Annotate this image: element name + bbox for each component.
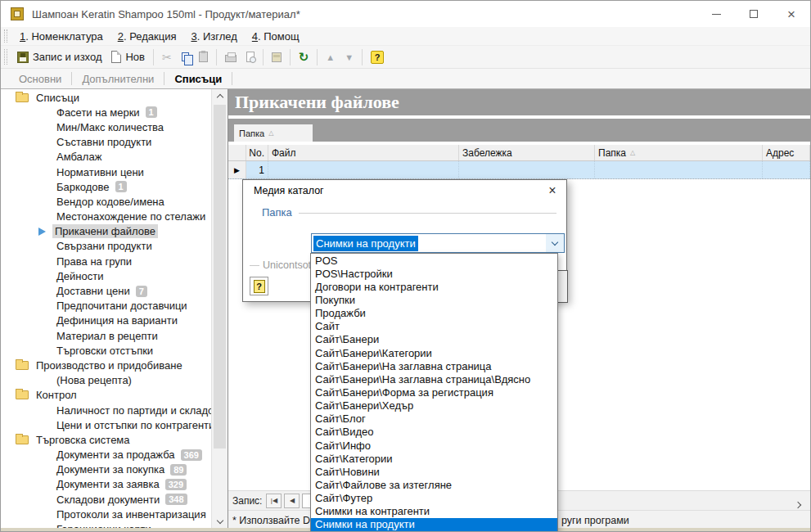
dropdown-option[interactable]: Сайт\Банери\На заглавна страница\Вдясно (311, 372, 557, 385)
tree-scrollbar[interactable] (211, 89, 228, 528)
toolbar-grip[interactable] (4, 49, 7, 65)
dropdown-option[interactable]: POS (311, 254, 557, 267)
tree-item[interactable]: Документи за покупка 89 (1, 462, 210, 477)
copy-button[interactable] (177, 47, 194, 67)
dropdown-option[interactable]: Сайт\Банери\Хедър (311, 399, 557, 413)
grid-header-папка[interactable]: Папка△ (595, 145, 763, 160)
tree-item[interactable]: Контрол (1, 388, 210, 403)
cell-no[interactable]: 1 (246, 161, 268, 178)
close-button[interactable]: × (773, 1, 810, 27)
refresh-button[interactable]: ↻ (294, 47, 314, 67)
menu-редакция[interactable]: 2. Редакция (110, 27, 184, 45)
tree-item[interactable]: (Нова рецепта) (1, 373, 210, 388)
dropdown-option[interactable]: Договори на контрагенти (311, 280, 557, 293)
tree-item[interactable]: Права на групи (1, 254, 210, 268)
dropdown-option[interactable]: Сайт\Футер (311, 492, 557, 505)
tree-item[interactable]: Фасети на мерки 1 (1, 105, 210, 119)
save-and-exit-button[interactable]: Запис и изход (12, 47, 106, 67)
dropdown-option[interactable]: Сайт (311, 320, 557, 333)
tree-item[interactable]: Гаранционни карти (1, 521, 210, 528)
scroll-up-button[interactable] (212, 89, 228, 103)
tree-item[interactable]: Прикачени файлове (1, 224, 210, 239)
cell-файл[interactable] (268, 161, 459, 178)
move-up-button[interactable]: ▲ (321, 47, 340, 67)
menu-помощ[interactable]: 4. Помощ (245, 27, 307, 45)
tree-item[interactable]: Предпочитани доставчици (1, 299, 210, 313)
dropdown-option[interactable]: Сайт\Банери\Категории (311, 346, 557, 359)
previous-record-button[interactable]: ◀ (284, 494, 300, 508)
tree-item[interactable]: Складови документи 348 (1, 492, 210, 507)
tab-допълнителни[interactable]: Допълнителни (72, 72, 164, 86)
grid-header-забележка[interactable]: Забележка (459, 145, 595, 160)
tree-item[interactable]: Списъци (1, 90, 210, 105)
tree-item[interactable]: Съставни продукти (1, 135, 210, 150)
tree-item[interactable]: Местонахождение по стелажи (1, 210, 210, 224)
grid-header-no[interactable]: No. (246, 145, 268, 160)
minimize-button[interactable] (697, 1, 735, 27)
tree-item[interactable]: Материал в рецепти (1, 328, 210, 343)
cell-адрес[interactable] (763, 161, 810, 178)
maximize-button[interactable] (735, 1, 773, 27)
tab-основни[interactable]: Основни (9, 72, 72, 86)
tree-item[interactable]: Дейности (1, 268, 210, 283)
tree-item[interactable]: Производство и придобиване (1, 358, 210, 372)
folder-combobox[interactable]: Снимки на продукти (311, 233, 565, 253)
dropdown-option[interactable]: Сайт\Видео (311, 426, 557, 439)
dropdown-option[interactable]: Сайт\Блог (311, 413, 557, 426)
paste-button[interactable] (194, 47, 213, 67)
cell-забележка[interactable] (459, 161, 595, 178)
menu-изглед[interactable]: 3. Изглед (183, 27, 244, 45)
dialog-close-button[interactable]: × (538, 180, 566, 201)
tree-item[interactable]: Цени и отстъпки по контрагенти (1, 417, 210, 432)
dropdown-option[interactable]: Сайт\Категории (311, 452, 557, 465)
dropdown-option[interactable]: Сайт\Банери (311, 333, 557, 346)
tree-item[interactable]: Дефиниция на варианти (1, 313, 210, 328)
help-button[interactable]: ? (366, 47, 389, 67)
dropdown-option[interactable]: Снимки на контрагенти (311, 505, 557, 518)
move-down-button[interactable]: ▼ (340, 47, 358, 67)
grid-header-адрес[interactable]: Адрес (763, 145, 810, 160)
menubar-grip[interactable] (4, 29, 7, 42)
tree-item[interactable]: Мин/Макс количества (1, 119, 210, 134)
grid-row-1[interactable]: ▶ 1 (228, 161, 810, 179)
group-chip-папка[interactable]: Папка △ (234, 124, 313, 142)
tree-item[interactable]: Документи за заявка 329 (1, 477, 210, 492)
tree-item[interactable]: Търговски отстъпки (1, 343, 210, 358)
register-button[interactable] (267, 47, 286, 67)
dropdown-option[interactable]: Сайт\Банери\На заглавна страница (311, 359, 557, 372)
tree-item[interactable]: Документи за продажба 369 (1, 448, 210, 462)
dropdown-option[interactable]: Снимки на продукти (311, 518, 557, 531)
dropdown-option[interactable]: Сайт\Инфо (311, 439, 557, 452)
dropdown-option[interactable]: Покупки (311, 293, 557, 306)
tree-item[interactable]: Търговска система (1, 432, 210, 447)
dropdown-option[interactable]: POS\Настройки (311, 267, 557, 280)
row-selector-cell[interactable]: ▶ (228, 161, 246, 178)
tree-item[interactable]: Нормативни цени (1, 165, 210, 179)
combobox-dropdown-button[interactable] (546, 234, 564, 252)
tab-списъци[interactable]: Списъци (164, 72, 232, 86)
tree-item[interactable]: Баркодове 1 (1, 179, 210, 194)
cut-button[interactable]: ✂ (157, 47, 177, 67)
dropdown-option[interactable]: Продажби (311, 307, 557, 320)
menu-nomenклатура[interactable]: 1. Номенклатура (12, 27, 110, 45)
hscroll-right-button[interactable] (795, 496, 800, 511)
dropdown-option[interactable]: Сайт\Новини (311, 465, 557, 478)
first-record-button[interactable]: |◀ (266, 494, 282, 508)
tree-item[interactable]: Амбалаж (1, 150, 210, 165)
tree-item[interactable]: Протоколи за инвентаризация 8 (1, 507, 210, 521)
tree-item[interactable]: Доставни цени 7 (1, 283, 210, 298)
tree-item[interactable]: Свързани продукти (1, 239, 210, 254)
dropdown-option[interactable]: Сайт\Файлове за изтегляне (311, 478, 557, 491)
print-button[interactable] (220, 47, 241, 67)
scroll-down-button[interactable] (212, 514, 228, 528)
dialog-titlebar[interactable]: Медия каталог (243, 180, 566, 201)
grid-header-файл[interactable]: Файл (268, 145, 459, 160)
tree-item[interactable]: Наличност по партиди и складове 4 (1, 403, 210, 417)
dropdown-option[interactable]: Сайт\Банери\Форма за регистрация (311, 385, 557, 399)
new-button[interactable]: Нов (106, 47, 150, 67)
cell-папка[interactable] (595, 161, 763, 178)
scrollbar-thumb[interactable] (214, 105, 226, 449)
dialog-help-button[interactable]: ? (250, 277, 268, 295)
print-preview-button[interactable] (241, 47, 259, 67)
tree-item[interactable]: Вендор кодове/имена (1, 194, 210, 209)
